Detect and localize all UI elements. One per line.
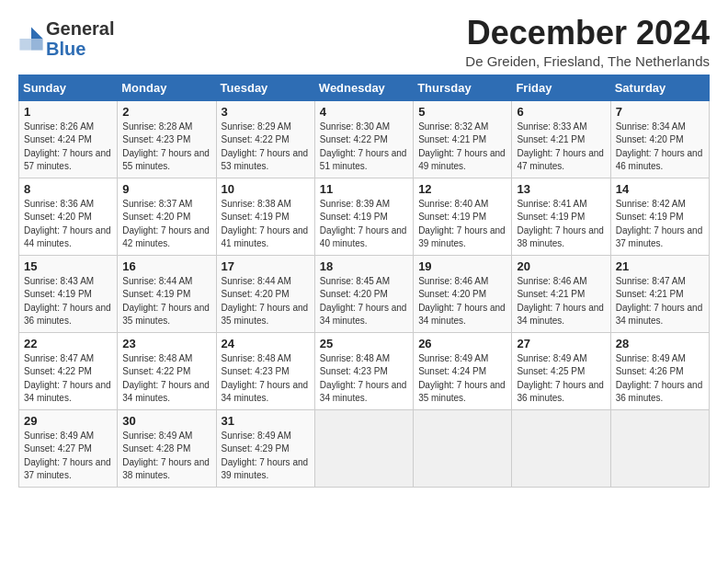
day-number: 6 xyxy=(517,105,605,119)
day-number: 25 xyxy=(320,337,408,350)
day-number: 8 xyxy=(24,182,112,196)
calendar-cell: 16Sunrise: 8:44 AMSunset: 4:19 PMDayligh… xyxy=(118,255,216,332)
calendar-table: SundayMondayTuesdayWednesdayThursdayFrid… xyxy=(18,75,710,488)
day-number: 29 xyxy=(24,414,112,428)
calendar-cell: 12Sunrise: 8:40 AMSunset: 4:19 PMDayligh… xyxy=(414,178,512,255)
weekday-header-thursday: Thursday xyxy=(414,75,512,100)
header: General Blue December 2024 De Greiden, F… xyxy=(18,15,710,69)
cell-info: Sunrise: 8:43 AMSunset: 4:19 PMDaylight:… xyxy=(24,275,112,328)
cell-info: Sunrise: 8:46 AMSunset: 4:21 PMDaylight:… xyxy=(517,275,605,328)
logo-general: General xyxy=(46,18,114,39)
day-number: 11 xyxy=(320,182,408,196)
day-number: 26 xyxy=(418,337,506,350)
month-title: December 2024 xyxy=(465,15,710,52)
calendar-cell: 5Sunrise: 8:32 AMSunset: 4:21 PMDaylight… xyxy=(414,100,512,178)
day-number: 9 xyxy=(122,182,210,196)
cell-info: Sunrise: 8:34 AMSunset: 4:20 PMDaylight:… xyxy=(616,121,704,174)
calendar-week-3: 15Sunrise: 8:43 AMSunset: 4:19 PMDayligh… xyxy=(19,255,710,332)
cell-info: Sunrise: 8:32 AMSunset: 4:21 PMDaylight:… xyxy=(418,121,506,174)
day-number: 23 xyxy=(122,337,210,350)
cell-info: Sunrise: 8:38 AMSunset: 4:19 PMDaylight:… xyxy=(222,198,310,251)
calendar-cell: 23Sunrise: 8:48 AMSunset: 4:22 PMDayligh… xyxy=(118,332,216,409)
logo-blue: Blue xyxy=(46,39,114,59)
day-number: 18 xyxy=(320,259,408,273)
calendar-cell: 26Sunrise: 8:49 AMSunset: 4:24 PMDayligh… xyxy=(414,332,512,409)
calendar-week-5: 29Sunrise: 8:49 AMSunset: 4:27 PMDayligh… xyxy=(19,409,710,487)
logo-icon xyxy=(18,26,44,52)
location: De Greiden, Friesland, The Netherlands xyxy=(465,53,710,69)
cell-info: Sunrise: 8:39 AMSunset: 4:19 PMDaylight:… xyxy=(320,198,408,251)
calendar-cell: 1Sunrise: 8:26 AMSunset: 4:24 PMDaylight… xyxy=(19,100,118,178)
day-number: 31 xyxy=(222,414,310,428)
calendar-cell: 2Sunrise: 8:28 AMSunset: 4:23 PMDaylight… xyxy=(118,100,216,178)
page: General Blue December 2024 De Greiden, F… xyxy=(0,0,728,497)
weekday-header-wednesday: Wednesday xyxy=(314,75,413,100)
weekday-header-row: SundayMondayTuesdayWednesdayThursdayFrid… xyxy=(19,75,710,100)
calendar-cell: 7Sunrise: 8:34 AMSunset: 4:20 PMDaylight… xyxy=(610,100,709,178)
day-number: 4 xyxy=(320,105,408,119)
cell-info: Sunrise: 8:49 AMSunset: 4:26 PMDaylight:… xyxy=(616,352,704,406)
cell-info: Sunrise: 8:44 AMSunset: 4:20 PMDaylight:… xyxy=(222,275,310,328)
svg-marker-2 xyxy=(19,39,31,51)
cell-info: Sunrise: 8:48 AMSunset: 4:23 PMDaylight:… xyxy=(222,352,310,406)
cell-info: Sunrise: 8:49 AMSunset: 4:24 PMDaylight:… xyxy=(418,352,506,406)
day-number: 27 xyxy=(517,337,605,350)
cell-info: Sunrise: 8:42 AMSunset: 4:19 PMDaylight:… xyxy=(616,198,704,251)
calendar-cell: 11Sunrise: 8:39 AMSunset: 4:19 PMDayligh… xyxy=(314,178,413,255)
svg-marker-1 xyxy=(31,39,43,51)
weekday-header-friday: Friday xyxy=(512,75,610,100)
day-number: 10 xyxy=(222,182,310,196)
day-number: 19 xyxy=(418,259,506,273)
weekday-header-saturday: Saturday xyxy=(610,75,709,100)
calendar-cell: 24Sunrise: 8:48 AMSunset: 4:23 PMDayligh… xyxy=(216,332,314,409)
cell-info: Sunrise: 8:33 AMSunset: 4:21 PMDaylight:… xyxy=(517,121,605,174)
cell-info: Sunrise: 8:49 AMSunset: 4:25 PMDaylight:… xyxy=(517,352,605,406)
cell-info: Sunrise: 8:48 AMSunset: 4:23 PMDaylight:… xyxy=(320,352,408,406)
calendar-cell: 13Sunrise: 8:41 AMSunset: 4:19 PMDayligh… xyxy=(512,178,610,255)
day-number: 5 xyxy=(418,105,506,119)
calendar-cell: 14Sunrise: 8:42 AMSunset: 4:19 PMDayligh… xyxy=(610,178,709,255)
calendar-cell: 4Sunrise: 8:30 AMSunset: 4:22 PMDaylight… xyxy=(314,100,413,178)
svg-marker-0 xyxy=(31,27,43,39)
weekday-header-tuesday: Tuesday xyxy=(216,75,314,100)
cell-info: Sunrise: 8:40 AMSunset: 4:19 PMDaylight:… xyxy=(418,198,506,251)
calendar-cell: 8Sunrise: 8:36 AMSunset: 4:20 PMDaylight… xyxy=(19,178,118,255)
calendar-week-1: 1Sunrise: 8:26 AMSunset: 4:24 PMDaylight… xyxy=(19,100,710,178)
calendar-cell: 30Sunrise: 8:49 AMSunset: 4:28 PMDayligh… xyxy=(118,409,216,487)
cell-info: Sunrise: 8:41 AMSunset: 4:19 PMDaylight:… xyxy=(517,198,605,251)
day-number: 22 xyxy=(24,337,112,350)
cell-info: Sunrise: 8:36 AMSunset: 4:20 PMDaylight:… xyxy=(24,198,112,251)
day-number: 16 xyxy=(122,259,210,273)
calendar-cell: 29Sunrise: 8:49 AMSunset: 4:27 PMDayligh… xyxy=(19,409,118,487)
cell-info: Sunrise: 8:49 AMSunset: 4:27 PMDaylight:… xyxy=(24,430,112,483)
cell-info: Sunrise: 8:47 AMSunset: 4:21 PMDaylight:… xyxy=(616,275,704,328)
day-number: 1 xyxy=(24,105,112,119)
cell-info: Sunrise: 8:28 AMSunset: 4:23 PMDaylight:… xyxy=(122,121,210,174)
cell-info: Sunrise: 8:47 AMSunset: 4:22 PMDaylight:… xyxy=(24,352,112,406)
cell-info: Sunrise: 8:29 AMSunset: 4:22 PMDaylight:… xyxy=(222,121,310,174)
day-number: 13 xyxy=(517,182,605,196)
calendar-cell: 3Sunrise: 8:29 AMSunset: 4:22 PMDaylight… xyxy=(216,100,314,178)
day-number: 3 xyxy=(222,105,310,119)
day-number: 2 xyxy=(122,105,210,119)
calendar-cell xyxy=(512,409,610,487)
calendar-cell: 6Sunrise: 8:33 AMSunset: 4:21 PMDaylight… xyxy=(512,100,610,178)
weekday-header-monday: Monday xyxy=(118,75,216,100)
cell-info: Sunrise: 8:48 AMSunset: 4:22 PMDaylight:… xyxy=(122,352,210,406)
calendar-cell xyxy=(414,409,512,487)
calendar-cell: 15Sunrise: 8:43 AMSunset: 4:19 PMDayligh… xyxy=(19,255,118,332)
weekday-header-sunday: Sunday xyxy=(19,75,118,100)
day-number: 7 xyxy=(616,105,704,119)
day-number: 28 xyxy=(616,337,704,350)
calendar-cell xyxy=(314,409,413,487)
calendar-cell: 21Sunrise: 8:47 AMSunset: 4:21 PMDayligh… xyxy=(610,255,709,332)
calendar-cell: 19Sunrise: 8:46 AMSunset: 4:20 PMDayligh… xyxy=(414,255,512,332)
cell-info: Sunrise: 8:49 AMSunset: 4:28 PMDaylight:… xyxy=(122,430,210,483)
calendar-cell: 22Sunrise: 8:47 AMSunset: 4:22 PMDayligh… xyxy=(19,332,118,409)
day-number: 30 xyxy=(122,414,210,428)
calendar-cell: 20Sunrise: 8:46 AMSunset: 4:21 PMDayligh… xyxy=(512,255,610,332)
calendar-cell: 27Sunrise: 8:49 AMSunset: 4:25 PMDayligh… xyxy=(512,332,610,409)
cell-info: Sunrise: 8:26 AMSunset: 4:24 PMDaylight:… xyxy=(24,121,112,174)
title-block: December 2024 De Greiden, Friesland, The… xyxy=(465,15,710,69)
cell-info: Sunrise: 8:37 AMSunset: 4:20 PMDaylight:… xyxy=(122,198,210,251)
